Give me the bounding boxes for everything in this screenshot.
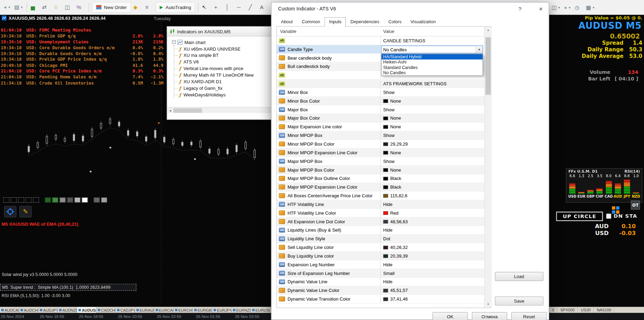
input-row[interactable]: 123 Dynamic Value Line Hide <box>277 278 484 286</box>
close-button[interactable]: × <box>533 2 549 15</box>
symbol-tab[interactable]: CADCHF <box>97 307 116 313</box>
supertrend-label[interactable]: M5 Super trend : Simple MA (100.1) 1.000… <box>0 284 136 291</box>
index-tab[interactable]: SPX500 <box>558 307 578 313</box>
input-row[interactable]: Major MPOP Expansion Line Color Black <box>277 183 484 192</box>
input-row[interactable]: Dynamic Value Line Color 45,51,57 <box>277 286 484 295</box>
input-row[interactable]: Minor MPOP Box Color 29,29,29 <box>277 140 484 148</box>
pencil-tool-button[interactable] <box>19 206 32 217</box>
value-cell[interactable]: Show <box>381 131 484 140</box>
dialog-tab[interactable]: Dependencies <box>346 17 384 27</box>
value-cell[interactable]: Dot <box>381 235 484 243</box>
symbol-tab[interactable]: AUDCAD <box>0 307 19 313</box>
indicator-cone-icon[interactable]: ◆ <box>132 2 143 12</box>
input-row[interactable]: Major MPOP Box Outline Color Black <box>277 174 484 183</box>
collapse-icon[interactable] <box>172 40 176 44</box>
value-cell[interactable]: None <box>381 123 484 131</box>
input-row[interactable]: ab ATS FRAMEWORK SETTINGS <box>277 80 484 88</box>
value-cell[interactable]: Red <box>381 209 484 217</box>
variable-cell[interactable]: Major MPOP Box Color <box>277 166 380 174</box>
timeframe-icon[interactable]: ▦▾ <box>585 2 596 13</box>
value-cell[interactable]: Show <box>381 105 484 114</box>
value-cell[interactable]: Small <box>381 269 484 277</box>
scrollbar-thumb[interactable] <box>173 108 202 113</box>
symbol-tab[interactable]: EURUSD <box>251 307 270 313</box>
symbol-tab[interactable]: AUDCHF <box>19 307 39 313</box>
input-row[interactable]: 123 Size of Expansion Leg Number Small <box>277 269 484 278</box>
input-row[interactable]: 123 Expansion Leg Number Hide <box>277 260 484 269</box>
horizontal-scrollbar[interactable] <box>167 107 271 113</box>
input-row[interactable]: Minor MPOP Expansion Line Color None <box>277 148 484 157</box>
indicator-item[interactable]: Legacy of Gann_fix <box>174 85 271 92</box>
help-button[interactable]: ? <box>513 2 527 15</box>
indicators-window-titlebar[interactable]: Indicators on XAUUSD,M5 <box>167 27 271 36</box>
value-cell[interactable]: Hide <box>381 260 484 269</box>
value-cell[interactable]: ATS FRAMEWORK SETTINGS <box>381 80 484 88</box>
horizontal-line-icon[interactable]: ─ <box>235 2 246 12</box>
dialog-tab[interactable]: Colors <box>384 17 406 27</box>
index-tab-zero[interactable]: 0 <box>549 307 558 313</box>
dialog-tab[interactable]: Common <box>297 17 325 27</box>
value-cell[interactable]: Hide <box>381 226 484 234</box>
bar-chart-icon[interactable]: ▅ <box>30 2 40 12</box>
input-row[interactable]: 123 Candle Type No Candles No Candles▾HA… <box>277 45 484 54</box>
layers-icon[interactable]: ≡ <box>144 2 154 12</box>
indicator-item[interactable]: XU v65m-XARD UNIVERSE <box>174 45 271 52</box>
indicator-item[interactable]: ATS V6 <box>174 59 271 65</box>
symbol-tab[interactable]: EURJPY <box>212 307 232 313</box>
indicator-item[interactable]: XU ma simple BT <box>174 52 271 59</box>
variable-cell[interactable]: 123 Expansion Leg Number <box>277 260 380 269</box>
vertical-line-icon[interactable]: │ <box>224 2 235 12</box>
variable-cell[interactable]: All Boxes Center/Average Price Line Colo… <box>277 191 380 200</box>
value-cell[interactable]: 45,51,57 <box>381 286 484 295</box>
value-cell[interactable]: Show <box>381 88 484 96</box>
value-cell[interactable]: None <box>381 114 484 122</box>
variable-cell[interactable]: Sell Liquidity Line color <box>277 243 380 252</box>
strategy-tester-icon[interactable]: % <box>76 2 86 12</box>
variable-cell[interactable]: 123 Minor Box <box>277 88 380 96</box>
input-row[interactable]: 123 Liquidity Lines (Buy & Sell) Hide <box>277 226 484 235</box>
variable-cell[interactable]: Bear candlestick body <box>277 54 380 62</box>
variable-cell[interactable]: All Expansion Line Dot Color <box>277 217 380 226</box>
variable-cell[interactable]: ab <box>277 71 380 79</box>
variable-cell[interactable]: HTF Volatility Line Color <box>277 209 380 217</box>
value-cell[interactable]: 48,56,63 <box>381 217 484 226</box>
variable-cell[interactable]: 123 Major MPOP Box <box>277 157 380 165</box>
symbol-tab[interactable]: EURCAD <box>154 307 174 313</box>
value-cell[interactable]: Black <box>381 183 484 191</box>
variable-cell[interactable]: 123 Liquidity Line Style <box>277 235 380 243</box>
input-row[interactable]: 123 Major MPOP Box Show <box>277 157 484 166</box>
variable-cell[interactable]: Bull candlestick body <box>277 62 380 71</box>
value-cell[interactable]: 37,41,46 <box>381 295 484 303</box>
favorites-icon[interactable]: ☆ <box>52 2 63 12</box>
variable-cell[interactable]: Minor Box Color <box>277 97 380 105</box>
index-tab[interactable]: US30 <box>578 307 594 313</box>
value-cell[interactable]: None <box>381 148 484 157</box>
dialog-tab[interactable]: About <box>276 17 297 27</box>
value-cell[interactable]: None <box>381 166 484 174</box>
tree-root-main-chart[interactable]: Main chart <box>167 38 271 45</box>
value-cell[interactable]: Show <box>381 157 484 165</box>
save-button[interactable]: Save <box>495 296 544 305</box>
value-cell[interactable]: Hide <box>381 200 484 208</box>
scroll-down-icon[interactable] <box>485 301 492 307</box>
input-row[interactable]: All Expansion Line Dot Color 48,56,63 <box>277 217 484 226</box>
indicator-item[interactable]: Vertical Line-moves with price <box>174 65 271 72</box>
symbol-tab[interactable]: AUDUSD <box>77 307 97 313</box>
variable-cell[interactable]: Minor MPOP Expansion Line Color <box>277 148 380 157</box>
variable-cell[interactable]: 123 Candle Type <box>277 45 380 53</box>
target-tool-button[interactable] <box>4 206 16 217</box>
new-chart2-icon[interactable]: +▾ <box>562 2 573 13</box>
autotrading-button[interactable]: AutoTrading <box>156 2 195 12</box>
candle-type-combobox[interactable]: No Candles▾ <box>381 45 483 53</box>
indicator-item[interactable]: Murrey Math All TF LineOnOff New <box>174 72 271 78</box>
dropdown-option[interactable]: HA/Standard Hybrid <box>382 54 483 59</box>
cancel-button[interactable]: Отмена <box>472 312 507 320</box>
dropdown-option[interactable]: Standard Candles <box>382 65 483 70</box>
input-row[interactable]: 123 Minor Box Show <box>277 88 484 97</box>
variable-cell[interactable]: Major Expansion Line color <box>277 123 380 131</box>
value-cell[interactable]: Black <box>381 174 484 183</box>
value-cell[interactable]: 20,39,39 <box>381 252 484 260</box>
tile-windows-icon[interactable]: ◫▾ <box>551 2 561 13</box>
input-row[interactable]: ab CANDLE SETTINGS <box>277 36 484 45</box>
value-cell[interactable]: 115,82,6 <box>381 191 484 200</box>
